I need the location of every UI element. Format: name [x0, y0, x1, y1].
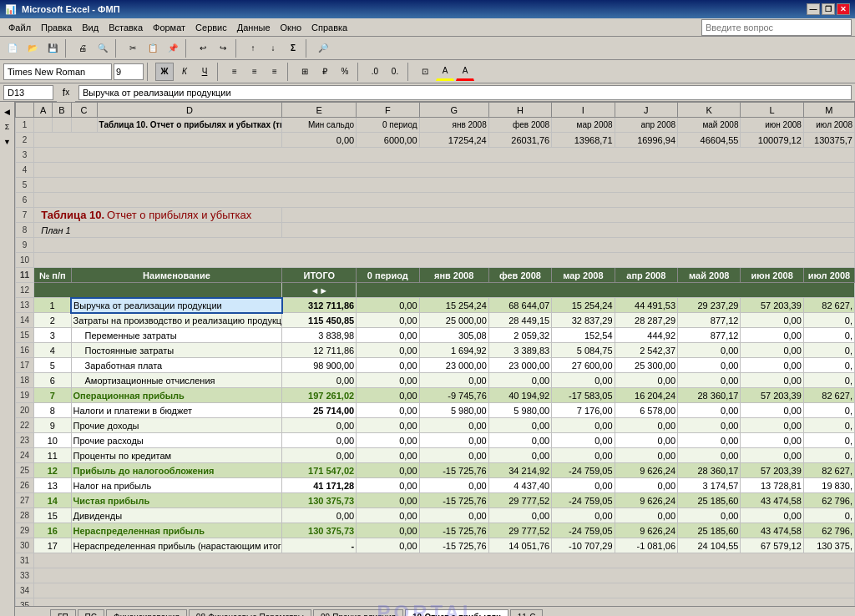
cell-jul-13[interactable]: 82 627, [803, 298, 854, 313]
undo-button[interactable]: ↩ [194, 39, 212, 58]
minimize-button[interactable]: — [807, 3, 820, 15]
cell-jan-30[interactable]: -15 725,76 [419, 538, 488, 553]
cell-feb-30[interactable]: 14 051,76 [488, 538, 551, 553]
cell-mar-19[interactable]: -17 583,05 [552, 388, 615, 403]
cell-p0-22[interactable]: 0,00 [357, 418, 419, 433]
cell-num-24[interactable]: 11 [34, 448, 71, 463]
cell-jul-24[interactable]: 0, [803, 448, 854, 463]
cell-feb-15[interactable]: 2 059,32 [488, 328, 551, 343]
cell-p0-25[interactable]: 0,00 [357, 463, 419, 478]
col-header-C[interactable]: C [71, 103, 97, 118]
cell-jun-13[interactable]: 57 203,39 [741, 298, 803, 313]
cell-jan-18[interactable]: 0,00 [419, 373, 488, 388]
cell-name-13[interactable]: Выручка от реализации продукции [71, 298, 282, 313]
redo-button[interactable]: ↪ [214, 39, 232, 58]
header-total[interactable]: ИТОГО [282, 268, 357, 283]
header-jun[interactable]: июн 2008 [741, 268, 803, 283]
menu-window[interactable]: Окно [276, 21, 307, 34]
cell-mar-22[interactable]: 0,00 [552, 418, 615, 433]
cell-F2[interactable]: 6000,00 [357, 133, 419, 148]
tab-scroll-right[interactable]: ▶ [37, 613, 48, 616]
cell-jul-26[interactable]: 19 830, [803, 478, 854, 493]
cell-total-17[interactable]: 98 900,00 [282, 358, 357, 373]
cell-jul-16[interactable]: 0, [803, 343, 854, 358]
cell-feb-14[interactable]: 28 449,15 [488, 313, 551, 328]
cell-reference-input[interactable] [3, 85, 53, 100]
cell-num-15[interactable]: 3 [34, 328, 71, 343]
menu-help[interactable]: Справка [306, 21, 352, 34]
cell-may-18[interactable]: 0,00 [678, 373, 741, 388]
cell-total-14[interactable]: 115 450,85 [282, 313, 357, 328]
cell-jun-27[interactable]: 43 474,58 [741, 493, 803, 508]
cell-apr-16[interactable]: 2 542,37 [615, 343, 677, 358]
cell-p0-14[interactable]: 0,00 [357, 313, 419, 328]
cell-total-20[interactable]: 25 714,00 [282, 403, 357, 418]
tab-ps[interactable]: ПС [78, 609, 104, 616]
zoom-button[interactable]: 🔎 [314, 39, 332, 58]
cell-jan-23[interactable]: 0,00 [419, 433, 488, 448]
cell-jul-14[interactable]: 0, [803, 313, 854, 328]
cell-num-17[interactable]: 5 [34, 358, 71, 373]
cell-feb-27[interactable]: 29 777,52 [488, 493, 551, 508]
copy-button[interactable]: 📋 [144, 39, 162, 58]
cell-jun-30[interactable]: 67 579,12 [741, 538, 803, 553]
cell-num-19[interactable]: 7 [34, 388, 71, 403]
tab-11[interactable]: 11-С [510, 609, 544, 616]
cell-may-20[interactable]: 0,00 [678, 403, 741, 418]
cell-E2[interactable]: 0,00 [282, 133, 357, 148]
cell-mar-27[interactable]: -24 759,05 [552, 493, 615, 508]
tab-09[interactable]: 09-Прочие влияния [313, 609, 403, 616]
align-right-button[interactable]: ≡ [266, 63, 284, 81]
cell-jul-22[interactable]: 0, [803, 418, 854, 433]
cell-jan-19[interactable]: -9 745,76 [419, 388, 488, 403]
col-header-H[interactable]: H [488, 103, 551, 118]
cell-p0-28[interactable]: 0,00 [357, 508, 419, 523]
cell-D2[interactable] [34, 133, 282, 148]
italic-button[interactable]: К [175, 63, 194, 81]
cell-may-17[interactable]: 0,00 [678, 358, 741, 373]
font-color-button[interactable]: A [456, 63, 474, 81]
cell-p0-13[interactable]: 0,00 [357, 298, 419, 313]
cell-total-27[interactable]: 130 375,73 [282, 493, 357, 508]
cell-C1[interactable] [71, 118, 97, 133]
currency-button[interactable]: ₽ [316, 63, 334, 81]
cell-jul-29[interactable]: 62 796, [803, 523, 854, 538]
cell-jul-23[interactable]: 0, [803, 433, 854, 448]
cell-jun-16[interactable]: 0,00 [741, 343, 803, 358]
plan-label-cell[interactable]: План 1 [34, 223, 282, 238]
header-mar[interactable]: мар 2008 [552, 268, 615, 283]
cell-p0-17[interactable]: 0,00 [357, 358, 419, 373]
cell-jun-19[interactable]: 57 203,39 [741, 388, 803, 403]
cell-apr-25[interactable]: 9 626,24 [615, 463, 677, 478]
cell-feb-22[interactable]: 0,00 [488, 418, 551, 433]
cell-jun-22[interactable]: 0,00 [741, 418, 803, 433]
cell-name-18[interactable]: Амортизационные отчисления [71, 373, 282, 388]
print-button[interactable]: 🖨 [73, 39, 92, 58]
cell-feb-23[interactable]: 0,00 [488, 433, 551, 448]
cell-name-20[interactable]: Налоги и платежи в бюджет [71, 403, 282, 418]
underline-button[interactable]: Ч [195, 63, 214, 81]
cell-p0-24[interactable]: 0,00 [357, 448, 419, 463]
cell-feb-20[interactable]: 5 980,00 [488, 403, 551, 418]
header-jan[interactable]: янв 2008 [419, 268, 488, 283]
header-may[interactable]: май 2008 [678, 268, 741, 283]
cell-jun-28[interactable]: 0,00 [741, 508, 803, 523]
cell-num-13[interactable]: 1 [34, 298, 71, 313]
cell-mar-18[interactable]: 0,00 [552, 373, 615, 388]
cell-apr-23[interactable]: 0,00 [615, 433, 677, 448]
cell-jun-25[interactable]: 57 203,39 [741, 463, 803, 478]
cell-K1[interactable]: май 2008 [678, 118, 741, 133]
cell-may-24[interactable]: 0,00 [678, 448, 741, 463]
sum-button[interactable]: Σ [284, 39, 302, 58]
header-feb[interactable]: фев 2008 [488, 268, 551, 283]
cell-may-15[interactable]: 877,12 [678, 328, 741, 343]
cell-apr-22[interactable]: 0,00 [615, 418, 677, 433]
cell-may-27[interactable]: 25 185,60 [678, 493, 741, 508]
cell-mar-30[interactable]: -10 707,29 [552, 538, 615, 553]
menu-tools[interactable]: Сервис [190, 21, 232, 34]
cell-apr-17[interactable]: 25 300,00 [615, 358, 677, 373]
cell-J2[interactable]: 16996,94 [615, 133, 677, 148]
cell-B1[interactable] [53, 118, 71, 133]
left-tool-2[interactable]: Σ [1, 120, 14, 134]
cell-jun-17[interactable]: 0,00 [741, 358, 803, 373]
